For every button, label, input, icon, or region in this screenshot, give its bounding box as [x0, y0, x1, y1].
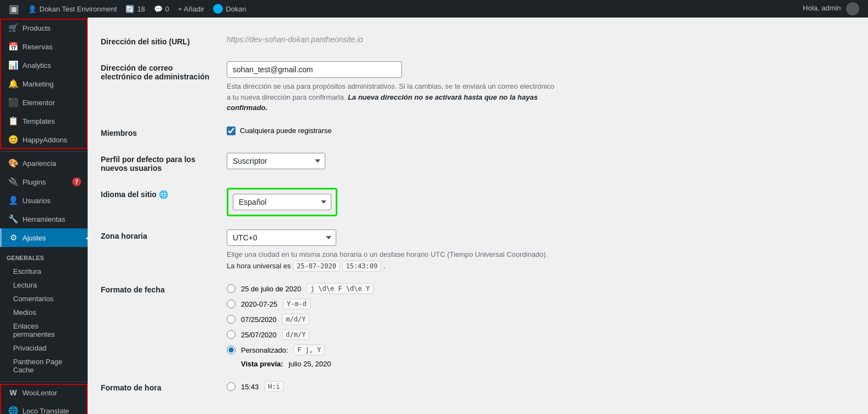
members-label: Miembros: [101, 120, 221, 146]
submenu-item-comentarios[interactable]: Comentarios: [0, 292, 88, 306]
site-url-row: Dirección del sitio (URL) https://dev-so…: [101, 28, 758, 55]
language-select[interactable]: Español: [233, 194, 331, 210]
reservas-icon: 📅: [8, 42, 18, 51]
sidebar-item-woolentor[interactable]: W WooLentor: [0, 384, 88, 401]
timezone-row: Zona horaria UTC+0 Elige una ciudad en t…: [101, 223, 758, 277]
sidebar-item-plugins[interactable]: 🔌 Plugins 7: [0, 173, 88, 191]
plugins-icon: 🔌: [8, 177, 18, 187]
submenu-item-escritura[interactable]: Escritura: [0, 264, 88, 278]
sidebar-item-elementor[interactable]: ⬛ Elementor: [0, 93, 88, 112]
universal-date: 25-07-2020: [293, 261, 340, 272]
ajustes-icon: ⚙: [8, 233, 18, 243]
default-role-select[interactable]: Suscriptor: [227, 153, 325, 169]
universal-clock: 15:43:09: [342, 261, 382, 272]
sidebar-item-products[interactable]: 🛒 Products: [0, 19, 88, 37]
date-radio-4[interactable]: [227, 330, 235, 339]
date-radio-1[interactable]: [227, 284, 235, 293]
sidebar-item-apariencia[interactable]: 🎨 Apariencia: [0, 154, 88, 173]
date-format-label: Formato de fecha: [101, 277, 221, 375]
submenu-item-pantheon[interactable]: Pantheon Page Cache: [0, 355, 88, 377]
date-code-4: d/m/Y: [282, 329, 309, 340]
site-icon: 👤: [28, 5, 37, 13]
apariencia-icon: 🎨: [8, 158, 18, 168]
site-url-placeholder: https://dev-sohan-dokan.pantheonsite.io: [227, 32, 363, 47]
universal-time-row: La hora universal es 25-07-2020 15:43:09…: [227, 262, 752, 270]
analytics-icon: 📊: [8, 60, 18, 70]
usuarios-icon: 👤: [8, 196, 18, 205]
default-role-label: Perfil por defecto para los nuevos usuar…: [101, 146, 221, 181]
herramientas-icon: 🔧: [8, 214, 18, 224]
timezone-label: Zona horaria: [101, 223, 221, 277]
time-format-label: Formato de hora: [101, 375, 221, 401]
sidebar-item-reservas[interactable]: 📅 Reservas: [0, 37, 88, 56]
sidebar-item-analytics[interactable]: 📊 Analytics: [0, 56, 88, 74]
admin-email-label: Dirección de correo electrónico de admin…: [101, 55, 221, 120]
ajustes-submenu: Generales Escritura Lectura Comentarios …: [0, 247, 88, 379]
members-checkbox-label: Cualquiera puede registrarse: [240, 127, 332, 135]
templates-icon: 📋: [8, 116, 18, 126]
time-code-1: H:i: [265, 381, 284, 392]
adminbar-comments[interactable]: 💬 0: [150, 0, 174, 18]
date-preview-row: Vista previa: julio 25, 2020: [227, 360, 752, 368]
sidebar-item-ajustes[interactable]: ⚙ Ajustes ◀: [0, 228, 88, 247]
wp-logo[interactable]: ▣: [4, 0, 24, 18]
settings-form: Dirección del sitio (URL) https://dev-so…: [101, 28, 758, 401]
date-preview-label: Vista previa:: [241, 360, 283, 368]
adminbar-site-link[interactable]: Dokan: [209, 0, 251, 18]
plugins-badge: 7: [72, 177, 81, 186]
timezone-description: Elige una ciudad en tu misma zona horari…: [227, 249, 555, 260]
admin-email-row: Dirección de correo electrónico de admin…: [101, 55, 758, 120]
sidebar-item-happyaddons[interactable]: 😊 HappyAddons: [0, 130, 88, 149]
members-row: Miembros Cualquiera puede registrarse: [101, 120, 758, 146]
marketing-icon: 🔔: [8, 79, 18, 89]
sidebar-item-herramientas[interactable]: 🔧 Herramientas: [0, 210, 88, 228]
date-radio-2[interactable]: [227, 300, 235, 308]
submenu-item-privacidad[interactable]: Privacidad: [0, 341, 88, 355]
date-code-2: Y-m-d: [283, 298, 311, 309]
submenu-item-enlaces[interactable]: Enlaces permanentes: [0, 319, 88, 341]
comments-icon: 💬: [154, 5, 163, 13]
timezone-select[interactable]: UTC+0: [227, 229, 336, 246]
date-option-3: 07/25/2020 m/d/Y: [227, 314, 752, 325]
date-preview-value: julio 25, 2020: [289, 360, 331, 368]
date-option-2: 2020-07-25 Y-m-d: [227, 298, 752, 309]
sidebar-item-usuarios[interactable]: 👤 Usuarios: [0, 191, 88, 210]
submenu-item-lectura[interactable]: Lectura: [0, 278, 88, 292]
date-format-row: Formato de fecha 25 de julio de 2020 j \…: [101, 277, 758, 375]
admin-avatar: [846, 2, 859, 15]
updates-icon: 🔄: [125, 5, 134, 13]
date-option-5: Personalizado: F j, Y: [227, 344, 752, 355]
sidebar-item-locotranslate[interactable]: 🌐 Loco Translate: [0, 401, 88, 414]
happyaddons-icon: 😊: [8, 135, 18, 145]
time-radio-1[interactable]: [227, 382, 235, 391]
site-url-label: Dirección del sitio (URL): [101, 28, 221, 55]
sidebar-item-marketing[interactable]: 🔔 Marketing: [0, 74, 88, 93]
date-radio-3[interactable]: [227, 315, 235, 324]
admin-email-description: Esta dirección se usa para propósitos ad…: [227, 81, 555, 113]
date-code-1: j \d\e F \d\e Y: [307, 283, 373, 294]
date-option-4: 25/07/2020 d/m/Y: [227, 329, 752, 340]
sidebar-item-templates[interactable]: 📋 Templates: [0, 112, 88, 130]
time-format-row: Formato de hora 15:43 H:i: [101, 375, 758, 401]
sidebar-collapse-arrow: ◀: [83, 233, 88, 242]
woolentor-icon: W: [8, 388, 18, 397]
submenu-item-medios[interactable]: Medios: [0, 306, 88, 319]
date-code-5: F j, Y: [294, 344, 325, 355]
adminbar-add-new[interactable]: + Añadir: [174, 0, 209, 18]
date-code-3: m/d/Y: [282, 314, 309, 325]
elementor-icon: ⬛: [8, 97, 18, 107]
adminbar-site-name[interactable]: 👤 Dokan Test Environment: [24, 0, 121, 18]
date-radio-5[interactable]: [227, 346, 235, 354]
language-icon: 🌐: [159, 190, 168, 199]
admin-bar: ▣ 👤 Dokan Test Environment 🔄 18 💬 0 + Añ…: [0, 0, 868, 18]
members-checkbox[interactable]: [227, 127, 235, 135]
adminbar-updates[interactable]: 🔄 18: [121, 0, 149, 18]
submenu-header: Generales: [0, 251, 88, 264]
main-content: Dirección del sitio (URL) https://dev-so…: [88, 18, 868, 414]
admin-email-input[interactable]: [227, 61, 402, 78]
locotranslate-icon: 🌐: [8, 406, 18, 414]
adminbar-howdy: Hola, admin: [798, 2, 864, 15]
dokan-icon: [213, 4, 223, 14]
language-highlight-box: Español: [227, 188, 337, 216]
time-option-1: 15:43 H:i: [227, 381, 752, 392]
